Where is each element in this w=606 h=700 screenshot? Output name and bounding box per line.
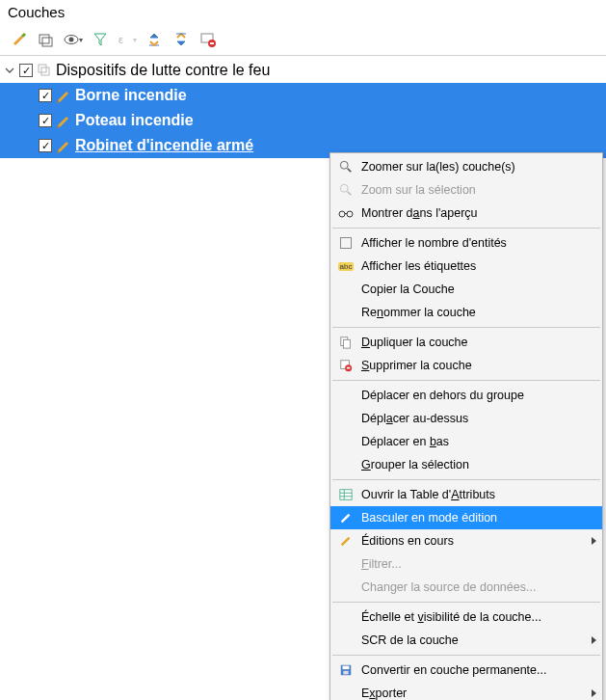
svg-rect-8	[39, 65, 46, 72]
pencil-icon	[56, 88, 71, 103]
collapse-all-button[interactable]	[170, 28, 193, 51]
expander-icon[interactable]	[4, 65, 15, 76]
menu-show-overview[interactable]: Montrer dans l'aperçu	[330, 202, 602, 225]
svg-text:ε: ε	[119, 34, 123, 45]
svg-line-13	[348, 192, 352, 196]
menu-layer-crs[interactable]: SCR de la couche	[330, 629, 602, 652]
svg-rect-27	[343, 671, 348, 675]
svg-rect-1	[42, 38, 52, 46]
expression-icon: ε	[118, 32, 133, 47]
visibility-button[interactable]: ▾	[62, 28, 85, 51]
chevron-down-icon: ▾	[133, 36, 137, 44]
save-icon	[334, 660, 357, 680]
add-group-button[interactable]	[35, 28, 58, 51]
blank-icon	[334, 409, 357, 428]
remove-layer-button[interactable]	[197, 28, 220, 51]
blank-icon	[334, 631, 357, 650]
menu-item-label: Afficher le nombre d'entités	[361, 236, 507, 250]
visibility-checkbox[interactable]	[39, 139, 52, 152]
menu-item-label: Changer la source de données...	[361, 580, 536, 594]
blank-icon	[334, 455, 357, 474]
svg-point-3	[69, 38, 74, 42]
remove-icon	[334, 356, 357, 375]
magnify-icon	[334, 180, 357, 200]
menu-item-label: Éditions en cours	[361, 534, 454, 548]
layer-row[interactable]: Borne incendie	[0, 83, 606, 108]
pencil-icon	[334, 508, 357, 527]
menu-toggle-edit[interactable]: Basculer en mode édition	[330, 506, 602, 529]
menu-separator	[332, 479, 600, 480]
menu-current-edits[interactable]: Éditions en cours	[330, 529, 602, 552]
blank-icon	[334, 432, 357, 451]
layer-group-row[interactable]: Dispositifs de lutte contre le feu	[0, 58, 606, 83]
svg-rect-21	[340, 490, 352, 500]
menu-item-label: Convertir en couche permanente...	[361, 663, 546, 677]
menu-copy-layer[interactable]: Copier la Couche	[330, 278, 602, 301]
svg-point-10	[340, 161, 348, 169]
menu-item-label: Exporter	[361, 687, 407, 700]
group-icon	[39, 32, 54, 47]
eye-icon	[64, 32, 79, 47]
menu-remove[interactable]: Supprimer la couche	[330, 354, 602, 377]
chevron-down-icon: ▾	[79, 36, 83, 44]
layer-label: Poteau incendie	[75, 110, 194, 131]
menu-change-src: Changer la source de données...	[330, 576, 602, 599]
menu-item-label: Déplacer au-dessus	[361, 412, 468, 425]
svg-rect-9	[41, 67, 49, 75]
pencil-icon	[56, 138, 71, 153]
svg-rect-17	[343, 339, 350, 348]
panel-title: Couches	[0, 0, 606, 24]
menu-zoom-layers[interactable]: Zoomer sur la(les) couche(s)	[330, 155, 602, 178]
layer-row[interactable]: Poteau incendie	[0, 108, 606, 133]
menu-show-labels[interactable]: abcAfficher les étiquettes	[330, 255, 602, 278]
menu-make-perm[interactable]: Convertir en couche permanente...	[330, 659, 602, 682]
layers-tree[interactable]: Dispositifs de lutte contre le feu Borne…	[0, 56, 606, 160]
menu-group-sel[interactable]: Grouper la sélection	[330, 453, 602, 476]
menu-move-up[interactable]: Déplacer au-dessus	[330, 407, 602, 430]
menu-item-label: Dupliquer la couche	[361, 336, 468, 349]
visibility-checkbox[interactable]	[39, 89, 52, 102]
menu-item-label: Copier la Couche	[361, 283, 455, 296]
blank-icon	[334, 280, 357, 299]
menu-move-out[interactable]: Déplacer en dehors du groupe	[330, 384, 602, 407]
layer-label: Robinet d'incendie armé	[75, 135, 253, 156]
duplicate-icon	[334, 333, 357, 352]
expression-button[interactable]: ε ▾	[116, 28, 139, 51]
blank-icon	[334, 386, 357, 405]
layers-toolbar: ▾ ε ▾	[0, 24, 606, 56]
visibility-checkbox[interactable]	[19, 64, 33, 77]
menu-rename-layer[interactable]: Renommer la couche	[330, 301, 602, 324]
submenu-arrow-icon	[592, 636, 596, 644]
expand-all-button[interactable]	[143, 28, 166, 51]
abc-icon: abc	[334, 256, 357, 276]
menu-duplicate[interactable]: Dupliquer la couche	[330, 331, 602, 354]
menu-feature-count[interactable]: Afficher le nombre d'entités	[330, 231, 602, 255]
remove-layer-icon	[200, 32, 216, 47]
group-label: Dispositifs de lutte contre le feu	[56, 60, 270, 81]
style-button[interactable]	[8, 28, 31, 51]
brush-icon	[12, 32, 27, 47]
menu-separator	[332, 327, 600, 328]
menu-separator	[332, 602, 600, 603]
svg-rect-20	[347, 367, 351, 369]
menu-export[interactable]: Exporter	[330, 682, 602, 700]
menu-separator	[332, 380, 600, 381]
visibility-checkbox[interactable]	[39, 114, 52, 127]
layer-label: Borne incendie	[75, 85, 187, 106]
filter-button[interactable]	[89, 28, 112, 51]
menu-item-label: Zoom sur la sélection	[361, 183, 476, 197]
blank-icon	[334, 554, 357, 574]
menu-filter: Filtrer...	[330, 552, 602, 576]
menu-separator	[332, 655, 600, 656]
menu-scale-vis[interactable]: Échelle et visibilité de la couche...	[330, 606, 602, 629]
menu-move-down[interactable]: Déplacer en bas	[330, 430, 602, 453]
menu-open-attr[interactable]: Ouvrir la Table d'Attributs	[330, 483, 602, 506]
menu-item-label: Échelle et visibilité de la couche...	[361, 610, 541, 624]
expand-icon	[146, 32, 162, 47]
blank-icon	[334, 607, 357, 627]
menu-item-label: Afficher les étiquettes	[361, 259, 476, 273]
svg-line-11	[348, 169, 352, 173]
group-icon	[37, 63, 52, 78]
menu-item-label: Ouvrir la Table d'Attributs	[361, 488, 495, 501]
pencil-icon	[56, 113, 71, 128]
